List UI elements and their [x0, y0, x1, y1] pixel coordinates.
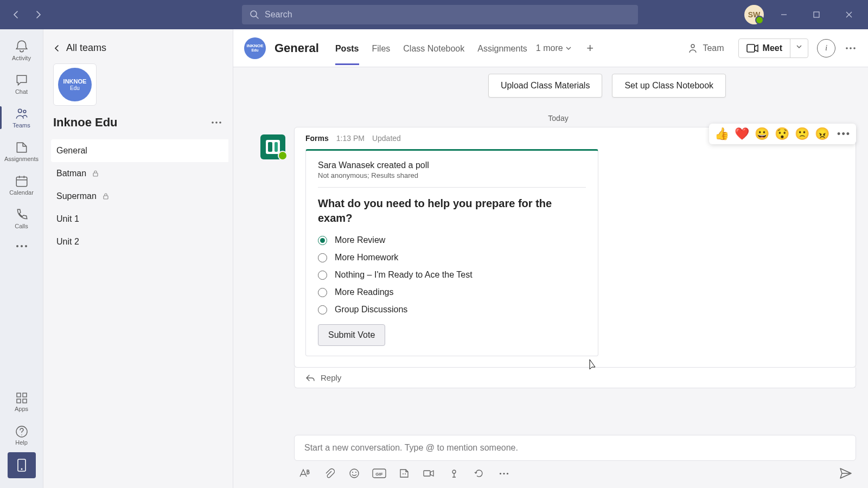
team-more-button[interactable] — [209, 119, 224, 126]
radio-icon — [318, 253, 327, 262]
sticker-button[interactable] — [397, 466, 411, 480]
stream-button[interactable] — [447, 466, 461, 480]
rail-calls[interactable]: Calls — [0, 202, 43, 235]
team-panel: All teams INKNOEEdu Inknoe Edu GeneralBa… — [43, 29, 233, 488]
poll-option[interactable]: More Review — [318, 235, 586, 245]
meet-dropdown[interactable] — [790, 39, 808, 57]
gif-button[interactable]: GIF — [372, 466, 386, 480]
submit-vote-button[interactable]: Submit Vote — [318, 324, 385, 346]
date-separator: Today — [260, 114, 856, 123]
main-area: INKNOEEdu General PostsFilesClass Notebo… — [233, 29, 868, 488]
rail-calendar[interactable]: Calendar — [0, 168, 43, 202]
svg-rect-4 — [16, 177, 27, 186]
svg-point-2 — [18, 109, 22, 113]
upload-materials-button[interactable]: Upload Class Materials — [488, 74, 603, 98]
meet-button[interactable]: Meet — [739, 39, 790, 57]
reply-button[interactable]: Reply — [294, 368, 856, 388]
nav-back-button[interactable] — [7, 5, 26, 24]
format-button[interactable] — [297, 466, 311, 480]
team-icon — [687, 43, 698, 54]
send-button[interactable] — [839, 466, 853, 480]
tabs-more[interactable]: 1 more — [536, 43, 572, 53]
video-icon — [746, 44, 758, 53]
poll-option[interactable]: More Homework — [318, 253, 586, 262]
reaction-angry[interactable]: 😠 — [815, 127, 829, 141]
svg-point-24 — [853, 47, 856, 49]
setup-notebook-button[interactable]: Set up Class Notebook — [612, 74, 726, 98]
header-more-button[interactable] — [844, 43, 857, 53]
team-logo[interactable]: INKNOEEdu — [53, 63, 97, 106]
svg-point-0 — [251, 11, 257, 17]
reaction-laugh[interactable]: 😀 — [755, 127, 769, 141]
message-app-name: Forms — [305, 134, 329, 143]
svg-rect-11 — [23, 399, 27, 403]
svg-rect-18 — [93, 173, 98, 176]
emoji-button[interactable] — [347, 466, 361, 480]
svg-point-34 — [500, 472, 501, 474]
svg-text:GIF: GIF — [375, 472, 382, 477]
channel-unit-2[interactable]: Unit 2 — [51, 230, 228, 253]
team-name: Inknoe Edu — [53, 115, 209, 130]
compose-more-button[interactable] — [497, 466, 511, 480]
svg-point-35 — [503, 472, 505, 474]
user-avatar[interactable]: SW — [744, 5, 764, 24]
tab-files[interactable]: Files — [372, 32, 391, 65]
tab-posts[interactable]: Posts — [335, 32, 359, 65]
reaction-sad[interactable]: 🙁 — [795, 127, 809, 141]
lock-icon — [92, 170, 99, 177]
svg-point-31 — [405, 473, 406, 474]
chevron-down-icon — [796, 43, 802, 50]
rail-mobile-button[interactable] — [8, 452, 36, 478]
team-info-button[interactable]: Team — [682, 40, 729, 57]
svg-point-27 — [355, 472, 356, 473]
compose-input[interactable]: Start a new conversation. Type @ to ment… — [294, 435, 856, 461]
poll-author: Sara Wanasek created a poll — [318, 160, 586, 170]
window-minimize-button[interactable] — [771, 5, 796, 24]
reply-icon — [305, 374, 315, 382]
channel-batman[interactable]: Batman — [51, 162, 228, 185]
poll-option[interactable]: Nothing – I'm Ready to Ace the Test — [318, 270, 586, 280]
channel-unit-1[interactable]: Unit 1 — [51, 208, 228, 230]
tab-add-button[interactable]: + — [580, 38, 600, 58]
search-input[interactable]: Search — [242, 5, 638, 24]
radio-icon — [318, 236, 327, 245]
nav-forward-button[interactable] — [28, 5, 48, 24]
svg-rect-19 — [104, 196, 108, 199]
message-status: Updated — [372, 134, 401, 143]
reaction-more[interactable]: ••• — [835, 129, 851, 140]
titlebar: Search SW — [0, 0, 868, 29]
rail-assignments[interactable]: Assignments — [0, 134, 43, 168]
window-close-button[interactable] — [837, 5, 861, 24]
attach-button[interactable] — [322, 466, 336, 480]
svg-point-6 — [21, 245, 23, 247]
rail-more[interactable] — [0, 235, 43, 257]
meetnow-button[interactable] — [422, 466, 436, 480]
poll-option[interactable]: Group Discussions — [318, 305, 586, 314]
svg-point-23 — [850, 47, 852, 49]
rail-chat[interactable]: Chat — [0, 67, 43, 101]
all-teams-back[interactable]: All teams — [51, 37, 228, 63]
poll-option[interactable]: More Readings — [318, 287, 586, 297]
tab-assignments[interactable]: Assignments — [477, 32, 527, 65]
rail-help[interactable]: Help — [0, 419, 43, 452]
channel-general[interactable]: General — [51, 139, 228, 162]
rail-teams[interactable]: Teams — [0, 101, 43, 134]
app-rail: Activity Chat Teams Assignments Calendar… — [0, 29, 43, 488]
channel-superman[interactable]: Superman — [51, 185, 228, 208]
tab-class-notebook[interactable]: Class Notebook — [403, 32, 464, 65]
forms-app-avatar — [260, 134, 285, 159]
reaction-thumbsup[interactable]: 👍 — [714, 127, 729, 141]
rail-apps[interactable]: Apps — [0, 385, 43, 419]
svg-point-15 — [212, 121, 214, 124]
window-maximize-button[interactable] — [804, 5, 829, 24]
reaction-surprised[interactable]: 😯 — [775, 127, 789, 141]
svg-point-3 — [23, 110, 26, 113]
reaction-heart[interactable]: ❤️ — [735, 127, 749, 141]
info-button[interactable]: i — [817, 39, 835, 57]
svg-point-5 — [16, 245, 18, 247]
svg-point-16 — [215, 121, 218, 124]
rail-activity[interactable]: Activity — [0, 34, 43, 67]
loop-button[interactable] — [472, 466, 486, 480]
channel-header: INKNOEEdu General PostsFilesClass Notebo… — [233, 29, 868, 67]
compose-area: Start a new conversation. Type @ to ment… — [294, 435, 856, 480]
